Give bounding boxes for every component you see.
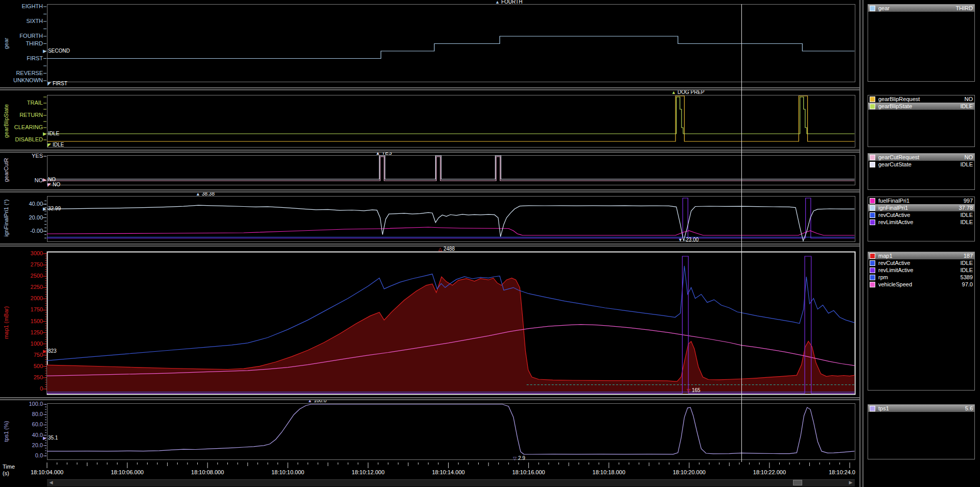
axis-label-map1: 2000 (0, 295, 43, 302)
channel-name: fuelFinalPri1 (878, 198, 964, 204)
panel-divider[interactable] (0, 87, 859, 90)
marker-glyph: ▶ (43, 177, 46, 182)
trace-gearBlipState (47, 97, 854, 134)
time-label: 18:10:04.000 (31, 469, 63, 475)
legend-divider[interactable] (859, 0, 864, 487)
legend-row-revLimitActive[interactable]: revLimitActiveIDLE (868, 266, 974, 274)
scroll-thumb[interactable] (793, 480, 802, 485)
trace-gearBlipRequest (47, 96, 854, 141)
marker-glyph: ▲ (671, 90, 676, 95)
panel-divider[interactable] (0, 150, 859, 153)
marker-glyph: ◤ (48, 142, 51, 148)
trace-gear (47, 36, 854, 59)
marker-glyph: ▶ (43, 435, 46, 441)
legend-box: map1187revCutActiveIDLErevLimitActiveIDL… (868, 252, 975, 391)
channel-value: 37.78 (959, 205, 973, 211)
marker-gear: ◤FIRST (48, 81, 67, 86)
channel-value: 5.6 (965, 405, 973, 411)
marker-glyph: ▽ (687, 388, 690, 393)
marker-gearBlipState: ▲DOG PREP (671, 90, 705, 95)
axis-title-gearBlipState: gearBlipState (3, 104, 9, 138)
legend-row-gearBlipState[interactable]: gearBlipStateIDLE (868, 103, 974, 110)
channel-swatch (870, 267, 875, 273)
marker-value: SECOND (48, 48, 70, 54)
time-label: 18:10:22.000 (753, 469, 786, 475)
logger-window: Time (s) EIGHTHSIXTHFOURTHTHIRDFIRSTREVE… (0, 0, 980, 487)
channel-name: gearCutState (878, 161, 961, 167)
legend-row-rpm[interactable]: rpm5389 (868, 274, 974, 281)
legend-box: fuelFinalPri1997ignFinalPri137.78revCutA… (868, 197, 975, 241)
marker-glyph: ▶ (43, 349, 46, 354)
axis-title-map1: map1 (mBar) (3, 306, 9, 339)
channel-name: map1 (878, 253, 964, 259)
scroll-left-arrow[interactable]: ◀ (48, 479, 55, 486)
trace-tps1 (47, 404, 854, 454)
marker-value: 823 (48, 349, 57, 354)
channel-swatch (870, 260, 875, 266)
time-scrollbar[interactable] (47, 479, 855, 486)
legend-row-revCutActive[interactable]: revCutActiveIDLE (868, 211, 974, 218)
time-cursor[interactable] (741, 4, 742, 462)
plot-border-ignFinalPri1 (48, 197, 855, 242)
axis-label-map1: 2750 (0, 261, 43, 268)
legend-row-gearCutState[interactable]: gearCutStateIDLE (868, 161, 974, 168)
legend-box: gearCutRequestNOgearCutStateIDLE (868, 153, 975, 190)
legend-row-revCutActive[interactable]: revCutActiveIDLE (868, 259, 974, 266)
axis-label-gear: SIXTH (0, 18, 43, 25)
marker-ignFinalPri1: ▼-23.00 (678, 237, 698, 242)
legend-row-gearBlipRequest[interactable]: gearBlipRequestNO (868, 95, 974, 103)
marker-value: DOG PREP (678, 90, 705, 95)
marker-glyph: ▶ (43, 48, 46, 54)
axis-label-gear: UNKNOWN (0, 77, 43, 84)
time-label: 18:10:12.000 (352, 469, 384, 475)
axis-label-map1: 250 (0, 374, 43, 381)
axis-title-ignFinalPri1: ignFinalPri1 (°) (3, 200, 9, 237)
channel-swatch (870, 406, 875, 411)
channel-swatch (870, 155, 875, 160)
marker-glyph: ◤ (48, 81, 51, 86)
channel-value: IDLE (961, 219, 973, 225)
axis-label-gear: REVERSE (0, 70, 43, 77)
marker-value: FIRST (53, 81, 67, 86)
axis-label-map1: 750 (0, 352, 43, 358)
panel-divider[interactable] (0, 189, 859, 192)
axis-label-map1: 3000 (0, 250, 43, 257)
channel-value: NO (965, 96, 973, 102)
channel-value: IDLE (961, 260, 973, 266)
axis-label-tps1: 100.0 (0, 401, 43, 407)
time-label: 18:10:10.000 (271, 469, 304, 475)
panel-divider[interactable] (0, 397, 859, 400)
marker-gearCutR: ◤NO (48, 182, 60, 187)
scroll-right-arrow[interactable]: ▶ (847, 479, 854, 486)
axis-title-tps1: tps1 (%) (3, 421, 9, 442)
channel-name: vehicleSpeed (878, 281, 962, 287)
marker-value: 2488 (444, 247, 455, 252)
channel-value: 97.0 (962, 281, 973, 287)
marker-value: 32.99 (48, 206, 61, 211)
time-label: 18:10:06.000 (111, 469, 144, 475)
marker-glyph: ▼ (678, 237, 683, 242)
channel-swatch (870, 275, 875, 280)
legend-row-gearCutRequest[interactable]: gearCutRequestNO (868, 154, 974, 161)
channel-name: revCutActive (878, 260, 961, 266)
legend-row-revLimitActive[interactable]: revLimitActiveIDLE (868, 218, 974, 226)
legend-row-ignFinalPri1[interactable]: ignFinalPri137.78 (868, 204, 974, 211)
legend-row-map1[interactable]: map1187 (868, 252, 974, 259)
channel-name: gear (878, 5, 955, 11)
channel-name: gearBlipRequest (878, 96, 965, 102)
legend-row-tps1[interactable]: tps15.6 (868, 405, 974, 412)
marker-map1: △2488 (438, 247, 455, 252)
axis-label-gear: FIRST (0, 55, 43, 62)
channel-swatch (870, 104, 875, 109)
marker-value: 35.1 (48, 435, 58, 441)
legend-box: tps15.6 (868, 404, 975, 459)
legend-row-vehicleSpeed[interactable]: vehicleSpeed97.0 (868, 281, 974, 288)
marker-value: FOURTH (501, 0, 522, 5)
channel-name: revCutActive (878, 212, 961, 218)
axis-title-gearCutR: gearCutR (3, 158, 9, 182)
channel-value: IDLE (961, 267, 973, 273)
panel-divider[interactable] (0, 243, 859, 247)
channel-name: revLimitActive (878, 267, 961, 273)
legend-row-fuelFinalPri1[interactable]: fuelFinalPri1997 (868, 197, 974, 204)
legend-row-gear[interactable]: gearTHIRD (868, 5, 974, 12)
